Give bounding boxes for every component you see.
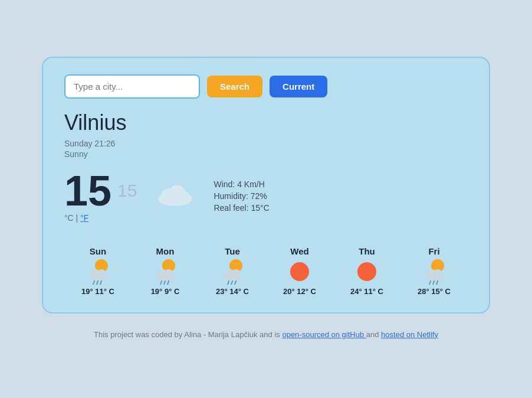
forecast-day-name: Thu [359, 246, 375, 256]
svg-point-26 [357, 262, 376, 281]
condition: Sunny [64, 149, 468, 159]
footer-text-before: This project was coded by Alina - Marija… [94, 330, 282, 339]
main-weather-row: 15 15 °C | °F Wind: 4 Km/H Humidity: 72%… [64, 169, 468, 223]
svg-line-8 [93, 281, 94, 285]
forecast-row: Sun 19° 11° CMon [64, 240, 468, 296]
forecast-day: Wed 20° 12° C [266, 246, 333, 296]
forecast-day-name: Wed [290, 246, 308, 256]
svg-line-31 [429, 281, 431, 285]
forecast-day-name: Sun [90, 246, 106, 256]
forecast-icon [421, 260, 447, 283]
svg-line-15 [160, 281, 162, 285]
temperature-block: 15 15 °C | °F [64, 169, 137, 223]
forecast-day: Sun 19° 11° C [64, 246, 132, 296]
svg-point-3 [179, 191, 189, 202]
search-button[interactable]: Search [207, 76, 262, 97]
forecast-temps: 19° 11° C [81, 287, 114, 296]
current-button[interactable]: Current [270, 76, 327, 97]
feels-like-value: 15 [117, 181, 137, 201]
city-input[interactable] [64, 74, 200, 99]
forecast-day-name: Tue [225, 246, 240, 256]
forecast-temps: 24° 11° C [350, 287, 383, 296]
fahrenheit-link[interactable]: °F [80, 213, 88, 223]
svg-line-22 [228, 281, 229, 285]
forecast-temps: 28° 15° C [418, 287, 451, 296]
city-name: Vilnius [64, 110, 468, 135]
weather-icon [155, 181, 196, 210]
forecast-day-name: Mon [156, 246, 175, 256]
temperature-value: 15 [64, 169, 111, 212]
forecast-icon [219, 260, 245, 283]
forecast-temps: 23° 14° C [216, 287, 249, 296]
forecast-day: Mon 19° 9° C [132, 246, 199, 296]
weather-card: Search Current Vilnius Sunday 21:26 Sunn… [42, 57, 490, 314]
weather-details: Wind: 4 Km/H Humidity: 72% Real feel: 15… [214, 180, 269, 213]
forecast-icon [289, 260, 310, 283]
top-bar: Search Current [64, 74, 468, 99]
datetime: Sunday 21:26 [64, 139, 468, 148]
forecast-temps: 20° 12° C [283, 287, 316, 296]
svg-point-7 [91, 273, 107, 282]
svg-point-25 [290, 262, 309, 281]
forecast-day: Thu 24° 11° C [333, 246, 400, 296]
forecast-day: Tue 23° 14° C [199, 246, 266, 296]
footer-text-between: and [366, 330, 381, 339]
wind-info: Wind: 4 Km/H [214, 180, 269, 189]
forecast-icon [152, 260, 178, 283]
forecast-temps: 19° 9° C [151, 287, 180, 296]
footer: This project was coded by Alina - Marija… [94, 328, 438, 341]
svg-point-30 [427, 273, 444, 282]
svg-point-14 [158, 273, 175, 282]
forecast-day-name: Fri [428, 246, 439, 256]
forecast-day: Fri 28° 15° C [400, 246, 468, 296]
svg-point-21 [225, 273, 242, 282]
forecast-icon [85, 260, 111, 283]
real-feel-info: Real feel: 15°C [214, 203, 269, 213]
forecast-icon [356, 260, 377, 283]
netlify-link[interactable]: hosted on Netlify [381, 330, 438, 339]
github-link[interactable]: open-sourced on gitHub [282, 330, 366, 339]
unit-toggle: °C | °F [64, 213, 137, 223]
humidity-info: Humidity: 72% [214, 191, 269, 201]
